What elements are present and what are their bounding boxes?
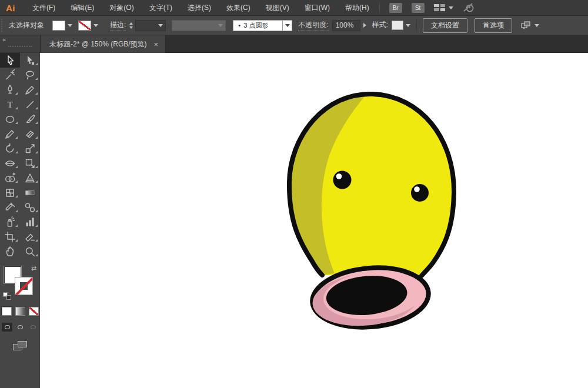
- style-label: 样式:: [372, 20, 388, 31]
- brush-definition-combo[interactable]: • 3 点圆形: [233, 20, 292, 31]
- change-screen-mode-button[interactable]: [13, 341, 27, 350]
- brush-definition-dropdown-button[interactable]: [282, 20, 292, 31]
- chevron-down-icon[interactable]: [68, 24, 72, 27]
- artboard-tool[interactable]: [0, 229, 20, 244]
- stroke-weight-stepper[interactable]: [129, 22, 133, 29]
- direct-selection-tool[interactable]: [20, 53, 40, 68]
- workspace-switcher[interactable]: [434, 4, 453, 12]
- width-tool[interactable]: [0, 156, 20, 170]
- opacity-panel-arrow[interactable]: [363, 23, 366, 28]
- menu-effect[interactable]: 效果(C): [219, 3, 258, 13]
- chevron-down-icon[interactable]: [93, 24, 98, 27]
- arrange-menu[interactable]: [520, 21, 539, 30]
- zoom-tool[interactable]: [20, 244, 40, 259]
- free-transform-tool[interactable]: [20, 156, 40, 170]
- workspace-layout-icon: [434, 4, 446, 12]
- pen-tool[interactable]: [0, 82, 20, 97]
- collapse-panel-button[interactable]: «: [2, 36, 5, 43]
- artboard-canvas[interactable]: [40, 53, 588, 388]
- stroke-color-swatch[interactable]: [78, 21, 91, 31]
- scale-tool[interactable]: [20, 141, 40, 156]
- divider: [416, 19, 417, 31]
- ellipse-tool[interactable]: [0, 112, 20, 126]
- menu-select[interactable]: 选择(S): [180, 3, 219, 13]
- left-eye-highlight: [336, 173, 342, 179]
- menu-object[interactable]: 对象(O): [102, 3, 141, 13]
- divider: [379, 3, 380, 12]
- stock-button[interactable]: St: [412, 3, 425, 13]
- tools-grid: T: [0, 53, 40, 259]
- menu-window[interactable]: 窗口(W): [297, 3, 338, 13]
- line-segment-tool[interactable]: [20, 97, 40, 112]
- draw-normal-button[interactable]: [2, 323, 12, 332]
- document-tab-bar: 未标题-2* @ 150% (RGB/预览) ×: [40, 35, 588, 53]
- curvature-tool[interactable]: [20, 82, 40, 97]
- none-button[interactable]: [29, 307, 39, 316]
- panel-drag-grip[interactable]: [8, 46, 32, 47]
- symbol-sprayer-tool[interactable]: [0, 215, 20, 229]
- document-setup-button[interactable]: 文档设置: [423, 18, 467, 33]
- slice-tool[interactable]: [20, 229, 40, 244]
- pencil-tool[interactable]: [0, 126, 20, 141]
- tools-panel-header: «: [0, 35, 40, 53]
- menu-type[interactable]: 文字(T): [142, 3, 180, 13]
- lasso-tool[interactable]: [20, 68, 40, 82]
- chevron-down-icon: [534, 24, 539, 27]
- document-tab-title: 未标题-2* @ 150% (RGB/预览): [49, 39, 147, 49]
- eraser-tool[interactable]: [20, 126, 40, 141]
- gradient-tool[interactable]: [20, 185, 40, 200]
- artwork-character[interactable]: [276, 85, 476, 338]
- hand-tool[interactable]: [0, 244, 20, 259]
- right-eye: [411, 184, 429, 202]
- style-swatch[interactable]: [392, 21, 403, 30]
- selection-status: 未选择对象: [4, 21, 52, 31]
- menu-file[interactable]: 文件(F): [25, 3, 63, 13]
- menu-help[interactable]: 帮助(H): [338, 3, 377, 13]
- gradient-button[interactable]: [15, 307, 25, 316]
- selection-tool[interactable]: [0, 53, 20, 68]
- sync-disabled-icon: [463, 3, 475, 12]
- mesh-tool[interactable]: [0, 185, 20, 200]
- fill-color-swatch[interactable]: [52, 21, 65, 31]
- drawing-modes: [0, 323, 40, 332]
- opacity-input[interactable]: 100%: [332, 20, 360, 31]
- brush-bullet: •: [238, 22, 240, 29]
- brush-definition-field[interactable]: • 3 点圆形: [233, 20, 282, 31]
- rotate-tool[interactable]: [0, 141, 20, 156]
- tools-panel: « T: [0, 35, 40, 388]
- paintbrush-tool[interactable]: [20, 112, 40, 126]
- perspective-grid-tool[interactable]: [20, 170, 40, 185]
- fill-stroke-controls: ⇄: [3, 265, 37, 301]
- close-tab-icon[interactable]: ×: [154, 41, 159, 48]
- control-bar: 未选择对象 描边: • 3 点圆形 不透明度: 100% 样式: 文档设置 首选…: [0, 16, 588, 35]
- left-eye: [333, 171, 352, 189]
- opacity-label[interactable]: 不透明度:: [298, 20, 328, 31]
- eyedropper-tool[interactable]: [0, 200, 20, 215]
- color-button[interactable]: [2, 307, 12, 316]
- column-graph-tool[interactable]: [20, 215, 40, 229]
- menu-view[interactable]: 视图(V): [258, 3, 297, 13]
- illustrator-logo: Ai: [0, 3, 25, 13]
- menu-edit[interactable]: 编辑(E): [63, 3, 102, 13]
- stroke-weight-dropdown[interactable]: [135, 20, 166, 31]
- default-fill-stroke-icon[interactable]: [3, 292, 11, 300]
- preferences-button[interactable]: 首选项: [475, 18, 512, 33]
- magic-wand-tool[interactable]: [0, 68, 20, 82]
- draw-inside-button: [28, 323, 38, 332]
- document-tab[interactable]: 未标题-2* @ 150% (RGB/预览) ×: [40, 35, 166, 53]
- stroke-weight-label[interactable]: 描边:: [110, 20, 126, 31]
- draw-behind-button[interactable]: [15, 323, 25, 332]
- swap-fill-stroke-icon[interactable]: ⇄: [31, 265, 36, 272]
- main-area: « T: [0, 35, 588, 388]
- blend-tool[interactable]: [20, 200, 40, 215]
- cc-sync-status[interactable]: [463, 3, 475, 12]
- type-tool[interactable]: T: [0, 97, 20, 112]
- chevron-down-icon[interactable]: [406, 24, 410, 27]
- right-eye-highlight: [414, 186, 420, 192]
- brush-definition-value: 3 点圆形: [243, 21, 268, 30]
- chevron-down-icon: [449, 6, 453, 9]
- bridge-button[interactable]: Br: [389, 3, 402, 13]
- chevron-down-icon: [285, 24, 290, 27]
- shape-builder-tool[interactable]: [0, 170, 20, 185]
- stroke-proxy[interactable]: [15, 277, 33, 295]
